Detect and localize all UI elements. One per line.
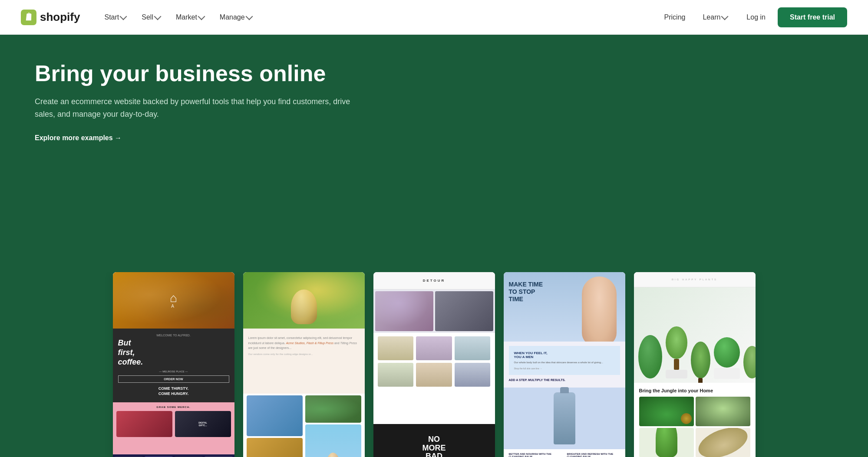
nav-item-start[interactable]: Start	[97, 10, 133, 25]
jewelry-more-text: Our vendors come only for the cutting ed…	[248, 353, 360, 355]
beauty-balm-1-label: BETTER AND NOURISH WITH THE CLEANSING BA…	[509, 453, 562, 457]
beauty-footer-col-2: BRIGHTER AND REFRESH WITH THE CLEANSING …	[567, 453, 620, 457]
start-free-trial-button[interactable]: Start free trial	[778, 7, 847, 27]
garden-nav-text: BIG HAPPY PLANTS	[672, 278, 717, 281]
navbar: shopify Start Sell Market Manage Pricing…	[0, 0, 868, 35]
garden-product-grid	[639, 397, 750, 457]
beauty-product-section	[504, 388, 625, 449]
logo[interactable]: shopify	[21, 10, 80, 25]
jewelry-image-grid	[243, 394, 365, 457]
grab-merch: GRAB SOME MERCH.	[116, 406, 231, 408]
chevron-down-icon	[245, 13, 253, 20]
food-mid-section: WELCOME TO ALFRED. Butfirst,coffee. — ME…	[113, 329, 234, 402]
beauty-subheadline: WHEN YOU FEEL IT,YOU A MEN	[514, 351, 615, 359]
detour-dark-section: NOMOREBADCUPS	[373, 424, 495, 457]
cards-section: ⌂ A WELCOME TO ALFRED. Butfirst,coffee. …	[0, 272, 868, 457]
detour-brand: DETOUR	[423, 279, 446, 283]
garden-plants	[634, 287, 756, 383]
beauty-headline: MAKE TIMETO STOPTIME	[509, 281, 543, 302]
food-hero-image: ⌂ A	[113, 272, 234, 329]
login-button[interactable]: Log in	[738, 9, 774, 26]
detour-tagline: NOMOREBADCUPS	[422, 435, 446, 457]
card-image-beauty: MAKE TIMETO STOPTIME WHEN YOU FEEL IT,YO…	[504, 272, 625, 457]
nav-item-market[interactable]: Market	[169, 10, 211, 25]
nav-item-sell[interactable]: Sell	[135, 10, 167, 25]
chevron-down-icon	[154, 13, 161, 20]
jewelry-description: Lorem ipsum dolor sit amet, consectetur …	[248, 335, 360, 350]
garden-product-2	[696, 397, 750, 426]
food-footer	[113, 454, 234, 457]
garden-mid-section: Bring the Jungle into your Home	[634, 383, 756, 457]
detour-header: DETOUR	[373, 272, 495, 289]
beauty-bottle	[554, 392, 575, 444]
detour-products	[373, 333, 495, 424]
jewelry-hero-image	[243, 272, 365, 329]
garden-product-4	[696, 428, 750, 457]
order-button: ORDER NOW	[118, 375, 229, 383]
beauty-hero-image: MAKE TIMETO STOPTIME	[504, 272, 625, 342]
nav-item-learn[interactable]: Learn	[696, 10, 734, 25]
beauty-add-step: ADD A STEP. MULTIPLY THE RESULTS.	[509, 378, 620, 381]
location-text: — MELROSE PLACE —	[118, 370, 229, 373]
beauty-body-text: Our whole body bull on the idea that ski…	[514, 361, 615, 365]
hero-subtitle: Create an ecommerce website backed by po…	[35, 95, 365, 121]
chevron-down-icon	[198, 13, 205, 20]
card-detour[interactable]: DETOUR	[373, 272, 495, 457]
garden-product-1	[639, 397, 694, 426]
hero-title: Bring your business online	[35, 61, 339, 87]
card-jewelry[interactable]: Lorem ipsum dolor sit amet, consectetur …	[243, 272, 365, 457]
shopify-logo-icon	[21, 10, 36, 25]
food-bottom-section: GRAB SOME MERCH. DIGITALGIFTC...	[113, 402, 234, 454]
card-beauty[interactable]: MAKE TIMETO STOPTIME WHEN YOU FEEL IT,YO…	[504, 272, 625, 457]
chevron-down-icon	[721, 13, 729, 20]
beauty-mid-section: WHEN YOU FEEL IT,YOU A MEN Our whole bod…	[504, 342, 625, 388]
beauty-balm-2-label: BRIGHTER AND REFRESH WITH THE CLEANSING …	[567, 453, 620, 457]
detour-hero	[373, 289, 495, 333]
nav-left-items: Start Sell Market Manage	[97, 10, 657, 25]
garden-product-3	[639, 428, 694, 457]
card-food-alfred[interactable]: ⌂ A WELCOME TO ALFRED. Butfirst,coffee. …	[113, 272, 234, 457]
card-image-garden: BIG HAPPY PLANTS	[634, 272, 756, 457]
welcome-text: WELCOME TO ALFRED.	[118, 334, 229, 337]
come-thirsty: COME THIRSTY.COME HUNGRY.	[118, 386, 229, 396]
jewelry-mid-section: Lorem ipsum dolor sit amet, consectetur …	[243, 329, 365, 394]
card-image-jewelry: Lorem ipsum dolor sit amet, consectetur …	[243, 272, 365, 457]
beauty-footer-col-1: BETTER AND NOURISH WITH THE CLEANSING BA…	[509, 453, 562, 457]
explore-examples-link[interactable]: Explore more examples →	[35, 134, 122, 142]
garden-hero-image	[634, 287, 756, 383]
nav-right-items: Pricing Learn Log in Start free trial	[657, 7, 847, 27]
coffee-title: Butfirst,coffee.	[118, 339, 229, 367]
nav-item-manage[interactable]: Manage	[213, 10, 259, 25]
beauty-face	[582, 276, 617, 342]
hero-section: Bring your business online Create an eco…	[0, 35, 868, 272]
beauty-footer: BETTER AND NOURISH WITH THE CLEANSING BA…	[504, 449, 625, 457]
logo-text: shopify	[40, 10, 80, 24]
beauty-when-section: WHEN YOU FEEL IT,YOU A MEN Our whole bod…	[509, 346, 620, 375]
card-image-food-alfred: ⌂ A WELCOME TO ALFRED. Butfirst,coffee. …	[113, 272, 234, 457]
card-image-detour: DETOUR	[373, 272, 495, 457]
nav-item-pricing[interactable]: Pricing	[657, 10, 693, 25]
garden-title: Bring the Jungle into your Home	[639, 388, 750, 393]
card-garden[interactable]: BIG HAPPY PLANTS	[634, 272, 756, 457]
alfred-logo: ⌂ A	[170, 292, 177, 309]
garden-nav-header: BIG HAPPY PLANTS	[634, 272, 756, 287]
cards-row: ⌂ A WELCOME TO ALFRED. Butfirst,coffee. …	[17, 272, 851, 457]
beauty-link-text: Shop the full skin care line →	[514, 367, 615, 370]
chevron-down-icon	[120, 13, 127, 20]
